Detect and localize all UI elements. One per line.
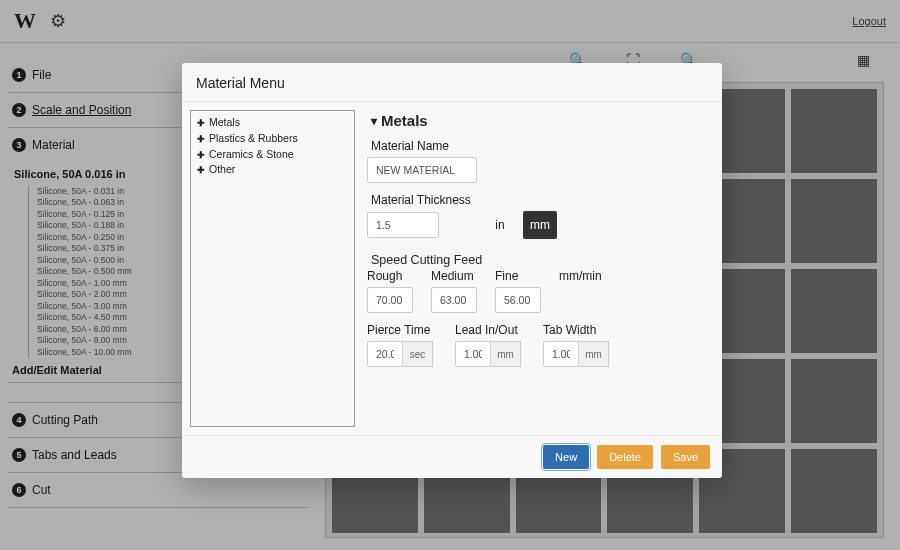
fine-input[interactable]: [495, 287, 541, 313]
label-feed-unit: mm/min: [559, 269, 602, 283]
label-lead: Lead In/Out: [455, 323, 521, 337]
material-tree: Metals Plastics & Rubbers Ceramics & Sto…: [190, 110, 355, 427]
material-menu-modal: Material Menu Metals Plastics & Rubbers …: [182, 63, 722, 478]
tab-input[interactable]: [543, 341, 579, 367]
lead-input[interactable]: [455, 341, 491, 367]
label-pierce: Pierce Time: [367, 323, 433, 337]
tree-plastics[interactable]: Plastics & Rubbers: [197, 131, 348, 147]
lead-unit: mm: [491, 341, 521, 367]
tree-metals[interactable]: Metals: [197, 115, 348, 131]
label-thickness: Material Thickness: [371, 193, 714, 207]
label-material-name: Material Name: [371, 139, 714, 153]
save-button[interactable]: Save: [661, 445, 710, 469]
pierce-input[interactable]: [367, 341, 403, 367]
modal-title: Material Menu: [182, 63, 722, 101]
pierce-unit: sec: [403, 341, 433, 367]
thickness-input[interactable]: [367, 212, 439, 238]
label-tab: Tab Width: [543, 323, 609, 337]
material-name-input[interactable]: [367, 157, 477, 183]
label-medium: Medium: [431, 269, 477, 283]
rough-input[interactable]: [367, 287, 413, 313]
label-fine: Fine: [495, 269, 541, 283]
label-feed: Speed Cutting Feed: [371, 253, 714, 267]
label-rough: Rough: [367, 269, 413, 283]
medium-input[interactable]: [431, 287, 477, 313]
tab-unit: mm: [579, 341, 609, 367]
tree-other[interactable]: Other: [197, 162, 348, 178]
section-header[interactable]: Metals: [371, 112, 714, 129]
delete-button[interactable]: Delete: [597, 445, 653, 469]
tree-ceramics[interactable]: Ceramics & Stone: [197, 147, 348, 163]
unit-mm-toggle[interactable]: mm: [523, 211, 557, 239]
new-button[interactable]: New: [543, 445, 589, 469]
unit-in-toggle[interactable]: in: [485, 211, 515, 239]
